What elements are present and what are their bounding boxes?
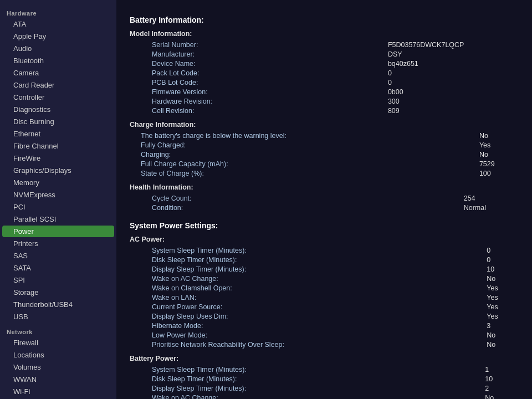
row-value: Yes: [477, 140, 519, 150]
row-label: Disk Sleep Timer (Minutes):: [130, 255, 484, 264]
table-row: System Sleep Timer (Minutes):1: [130, 365, 519, 374]
row-label: Wake on AC Change:: [130, 393, 483, 399]
sidebar-item-wwan[interactable]: WWAN: [2, 374, 114, 385]
sidebar-item-printers[interactable]: Printers: [2, 238, 114, 249]
sidebar-item-thunderbolt-usb4[interactable]: Thunderbolt/USB4: [2, 299, 114, 310]
health-table: Cycle Count:254Condition:Normal: [130, 193, 519, 212]
table-row: Device Name:bq40z651: [130, 59, 519, 68]
sidebar-item-power[interactable]: Power: [2, 226, 114, 237]
row-value: F5D03576DWCK7LQCP: [386, 40, 519, 49]
row-label: Low Power Mode:: [130, 330, 484, 340]
sidebar-item-sata[interactable]: SATA: [2, 262, 114, 274]
row-value: 300: [386, 96, 519, 106]
row-value: 10: [483, 374, 519, 383]
ac-section: AC Power:: [130, 236, 519, 243]
row-value: Yes: [484, 302, 519, 311]
table-row: Disk Sleep Timer (Minutes):0: [130, 255, 519, 264]
row-value: 0: [484, 255, 519, 264]
sidebar-item-ethernet[interactable]: Ethernet: [2, 128, 114, 140]
battery-power-section: Battery Power:: [130, 355, 519, 362]
sidebar-item-memory[interactable]: Memory: [2, 177, 114, 188]
sidebar-item-graphics-displays[interactable]: Graphics/Displays: [2, 165, 114, 176]
sidebar-item-ata[interactable]: ATA: [2, 18, 114, 30]
battery-title: Battery Information:: [130, 16, 519, 24]
table-row: The battery's charge is below the warnin…: [130, 131, 519, 140]
row-label: Charging:: [130, 150, 477, 159]
row-label: Display Sleep Uses Dim:: [130, 311, 484, 321]
row-label: State of Charge (%):: [130, 168, 477, 178]
row-value: bq40z651: [386, 59, 519, 68]
table-row: Firmware Version:0b00: [130, 87, 519, 96]
table-row: Wake on AC Change:No: [130, 274, 519, 283]
row-value: No: [484, 274, 519, 283]
sidebar-item-apple-pay[interactable]: Apple Pay: [2, 30, 114, 42]
sidebar-item-audio[interactable]: Audio: [2, 43, 114, 54]
sidebar-item-wi-fi[interactable]: Wi-Fi: [2, 386, 114, 397]
table-row: Current Power Source:Yes: [130, 302, 519, 311]
row-label: Condition:: [130, 203, 462, 212]
sidebar-item-camera[interactable]: Camera: [2, 67, 114, 79]
charge-table: The battery's charge is below the warnin…: [130, 131, 519, 178]
sidebar-item-usb[interactable]: USB: [2, 311, 114, 323]
table-row: Cell Revision:809: [130, 106, 519, 115]
table-row: Wake on AC Change:No: [130, 393, 519, 399]
sidebar-item-firewall[interactable]: Firewall: [2, 337, 114, 349]
row-value: Yes: [484, 283, 519, 293]
table-row: Wake on LAN:Yes: [130, 293, 519, 302]
row-value: No: [477, 131, 519, 140]
table-row: Display Sleep Timer (Minutes):2: [130, 383, 519, 393]
row-label: Prioritise Network Reachability Over Sle…: [130, 340, 484, 349]
row-value: 0: [386, 78, 519, 87]
model-table: Serial Number:F5D03576DWCK7LQCPManufactu…: [130, 40, 519, 115]
row-label: Current Power Source:: [130, 302, 484, 311]
row-label: System Sleep Timer (Minutes):: [130, 245, 484, 255]
row-value: No: [477, 150, 519, 159]
table-row: Display Sleep Uses Dim:Yes: [130, 311, 519, 321]
row-value: No: [483, 393, 519, 399]
row-value: 3: [484, 321, 519, 330]
sidebar-item-volumes[interactable]: Volumes: [2, 361, 114, 373]
row-label: Pack Lot Code:: [130, 68, 386, 78]
table-row: Condition:Normal: [130, 203, 519, 212]
row-label: Wake on AC Change:: [130, 274, 484, 283]
sidebar-item-storage[interactable]: Storage: [2, 287, 114, 298]
sidebar-item-parallel-scsi[interactable]: Parallel SCSI: [2, 213, 114, 225]
sidebar-item-card-reader[interactable]: Card Reader: [2, 79, 114, 91]
row-label: The battery's charge is below the warnin…: [130, 131, 477, 140]
row-value: DSY: [386, 49, 519, 59]
row-label: Disk Sleep Timer (Minutes):: [130, 374, 483, 383]
sidebar-item-pci[interactable]: PCI: [2, 201, 114, 213]
sidebar-item-spi[interactable]: SPI: [2, 274, 114, 286]
sidebar-item-disc-burning[interactable]: Disc Burning: [2, 116, 114, 127]
table-row: Disk Sleep Timer (Minutes):10: [130, 374, 519, 383]
sidebar-item-bluetooth[interactable]: Bluetooth: [2, 55, 114, 66]
row-value: Normal: [462, 203, 519, 212]
table-row: Fully Charged:Yes: [130, 140, 519, 150]
table-row: Low Power Mode:No: [130, 330, 519, 340]
table-row: Display Sleep Timer (Minutes):10: [130, 264, 519, 274]
row-value: 1: [483, 365, 519, 374]
sidebar-item-locations[interactable]: Locations: [2, 349, 114, 361]
row-label: Device Name:: [130, 59, 386, 68]
row-label: Manufacturer:: [130, 49, 386, 59]
sidebar-item-sas[interactable]: SAS: [2, 250, 114, 262]
sidebar-item-firewire[interactable]: FireWire: [2, 152, 114, 164]
row-label: Hibernate Mode:: [130, 321, 484, 330]
sidebar-item-fibre-channel[interactable]: Fibre Channel: [2, 140, 114, 152]
row-label: Display Sleep Timer (Minutes):: [130, 264, 484, 274]
table-row: Serial Number:F5D03576DWCK7LQCP: [130, 40, 519, 49]
row-label: Fully Charged:: [130, 140, 477, 150]
row-label: Hardware Revision:: [130, 96, 386, 106]
row-value: 2: [483, 383, 519, 393]
sidebar-item-nvmexpress[interactable]: NVMExpress: [2, 189, 114, 201]
row-value: 7529: [477, 159, 519, 168]
sidebar-item-controller[interactable]: Controller: [2, 91, 114, 103]
row-label: System Sleep Timer (Minutes):: [130, 365, 483, 374]
table-row: Cycle Count:254: [130, 193, 519, 203]
health-section: Health Information:: [130, 183, 519, 191]
charge-section: Charge Information:: [130, 121, 519, 129]
table-row: Pack Lot Code:0: [130, 68, 519, 78]
row-label: PCB Lot Code:: [130, 78, 386, 87]
main-content: Battery Information: Model Information: …: [116, 0, 532, 399]
sidebar-item-diagnostics[interactable]: Diagnostics: [2, 104, 114, 115]
